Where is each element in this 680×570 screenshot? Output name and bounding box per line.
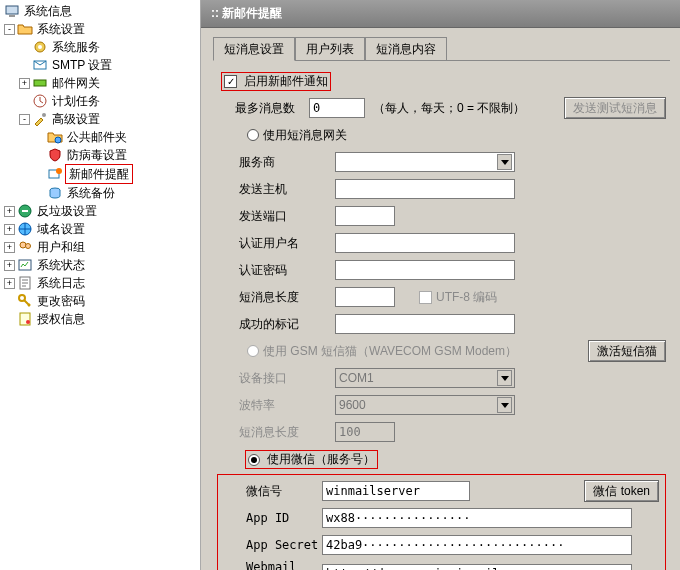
- svg-point-14: [20, 242, 26, 248]
- svg-point-15: [26, 244, 31, 249]
- opt-gateway-label: 使用短消息网关: [263, 127, 347, 144]
- svg-point-20: [26, 320, 30, 324]
- opt-wechat-label: 使用微信（服务号）: [267, 452, 375, 466]
- success-flag-input[interactable]: [335, 314, 515, 334]
- collapse-icon[interactable]: -: [4, 24, 15, 35]
- lbl-auth-user: 认证用户名: [217, 235, 335, 252]
- sms-len2-input: [335, 422, 395, 442]
- svg-rect-0: [6, 6, 18, 14]
- tree-backup[interactable]: 系统备份: [34, 184, 200, 202]
- globe-icon: [17, 221, 33, 237]
- lbl-provider: 服务商: [217, 154, 335, 171]
- baud-select[interactable]: 9600: [335, 395, 515, 415]
- max-input[interactable]: [309, 98, 365, 118]
- tab-sms-content[interactable]: 短消息内容: [365, 37, 447, 60]
- tree-users-groups[interactable]: +用户和组: [4, 238, 200, 256]
- gateway-icon: [32, 75, 48, 91]
- lbl-sms-len: 短消息长度: [217, 289, 335, 306]
- sms-settings-form: 启用新邮件通知 最多消息数 （每人，每天；0 = 不限制） 发送测试短消息 使用…: [213, 61, 670, 570]
- lbl-baud: 波特率: [217, 397, 335, 414]
- tree-logs[interactable]: +系统日志: [4, 274, 200, 292]
- expand-icon[interactable]: +: [4, 224, 15, 235]
- clock-icon: [32, 93, 48, 109]
- tree-mail-gw[interactable]: +邮件网关: [19, 74, 200, 92]
- activate-modem-button[interactable]: 激活短信猫: [588, 340, 666, 362]
- shield-icon: [47, 147, 63, 163]
- svg-point-3: [38, 45, 42, 49]
- computer-icon: [4, 3, 20, 19]
- radio-wechat[interactable]: [248, 454, 260, 466]
- expand-icon[interactable]: +: [4, 206, 15, 217]
- webmail-input[interactable]: [322, 564, 632, 570]
- enable-label: 启用新邮件通知: [244, 74, 328, 88]
- device-port-select[interactable]: COM1: [335, 368, 515, 388]
- sms-len-input[interactable]: [335, 287, 395, 307]
- radio-gateway[interactable]: [247, 129, 259, 141]
- tree-antispam[interactable]: +反垃圾设置: [4, 202, 200, 220]
- auth-user-input[interactable]: [335, 233, 515, 253]
- collapse-icon[interactable]: -: [19, 114, 30, 125]
- tree-root[interactable]: 系统信息: [4, 2, 200, 20]
- tools-icon: [32, 111, 48, 127]
- folder-icon: [17, 21, 33, 37]
- lbl-success-flag: 成功的标记: [217, 316, 335, 333]
- tree-sys-settings[interactable]: -系统设置: [4, 20, 200, 38]
- tree-public-folder[interactable]: 公共邮件夹: [34, 128, 200, 146]
- host-input[interactable]: [335, 179, 515, 199]
- provider-select[interactable]: [335, 152, 515, 172]
- tab-bar: 短消息设置 用户列表 短消息内容: [213, 38, 670, 60]
- expand-icon[interactable]: +: [4, 278, 15, 289]
- backup-icon: [47, 185, 63, 201]
- tree-advanced[interactable]: -高级设置: [19, 110, 200, 128]
- svg-point-8: [55, 137, 61, 143]
- expand-icon[interactable]: +: [4, 242, 15, 253]
- tree-license[interactable]: 授权信息: [4, 310, 200, 328]
- send-test-button[interactable]: 发送测试短消息: [564, 97, 666, 119]
- status-icon: [17, 257, 33, 273]
- chevron-down-icon: [497, 154, 512, 170]
- tab-user-list[interactable]: 用户列表: [295, 37, 365, 60]
- spam-icon: [17, 203, 33, 219]
- lbl-host: 发送主机: [217, 181, 335, 198]
- wechat-radio-highlight: 使用微信（服务号）: [245, 450, 378, 469]
- tree-status[interactable]: +系统状态: [4, 256, 200, 274]
- svg-rect-16: [19, 260, 31, 270]
- tree-smtp[interactable]: SMTP 设置: [19, 56, 200, 74]
- expand-icon[interactable]: +: [4, 260, 15, 271]
- utf8-checkbox[interactable]: [419, 291, 432, 304]
- enable-checkbox[interactable]: [224, 75, 237, 88]
- app-id-input[interactable]: [322, 508, 632, 528]
- tree-domain[interactable]: +域名设置: [4, 220, 200, 238]
- app-secret-input[interactable]: [322, 535, 632, 555]
- max-label: 最多消息数: [235, 100, 309, 117]
- wechat-id-input[interactable]: [322, 481, 470, 501]
- lbl-app-secret: App Secret: [224, 538, 322, 552]
- wechat-token-button[interactable]: 微信 token: [584, 480, 659, 502]
- utf8-label: UTF-8 编码: [436, 289, 497, 306]
- tree-sys-services[interactable]: 系统服务: [19, 38, 200, 56]
- gear-icon: [32, 39, 48, 55]
- expand-icon[interactable]: +: [19, 78, 30, 89]
- license-icon: [17, 311, 33, 327]
- tree-antivirus[interactable]: 防病毒设置: [34, 146, 200, 164]
- svg-rect-5: [34, 80, 46, 86]
- svg-point-7: [42, 113, 46, 117]
- enable-highlight: 启用新邮件通知: [221, 72, 331, 91]
- port-input[interactable]: [335, 206, 395, 226]
- radio-modem[interactable]: [247, 345, 259, 357]
- tab-sms-settings[interactable]: 短消息设置: [213, 37, 295, 61]
- opt-modem-label: 使用 GSM 短信猫（WAVECOM GSM Modem）: [263, 343, 517, 360]
- lbl-wechat-id: 微信号: [224, 483, 322, 500]
- tree-change-pw[interactable]: 更改密码: [4, 292, 200, 310]
- tree-sched[interactable]: 计划任务: [19, 92, 200, 110]
- lbl-device-port: 设备接口: [217, 370, 335, 387]
- lbl-webmail: Webmail URL: [224, 560, 322, 570]
- tree-new-mail-alert[interactable]: 新邮件提醒: [34, 164, 200, 184]
- lbl-port: 发送端口: [217, 208, 335, 225]
- auth-pass-input[interactable]: [335, 260, 515, 280]
- alert-icon: [47, 166, 63, 182]
- lbl-sms-len2: 短消息长度: [217, 424, 335, 441]
- svg-point-10: [56, 168, 62, 174]
- log-icon: [17, 275, 33, 291]
- key-icon: [17, 293, 33, 309]
